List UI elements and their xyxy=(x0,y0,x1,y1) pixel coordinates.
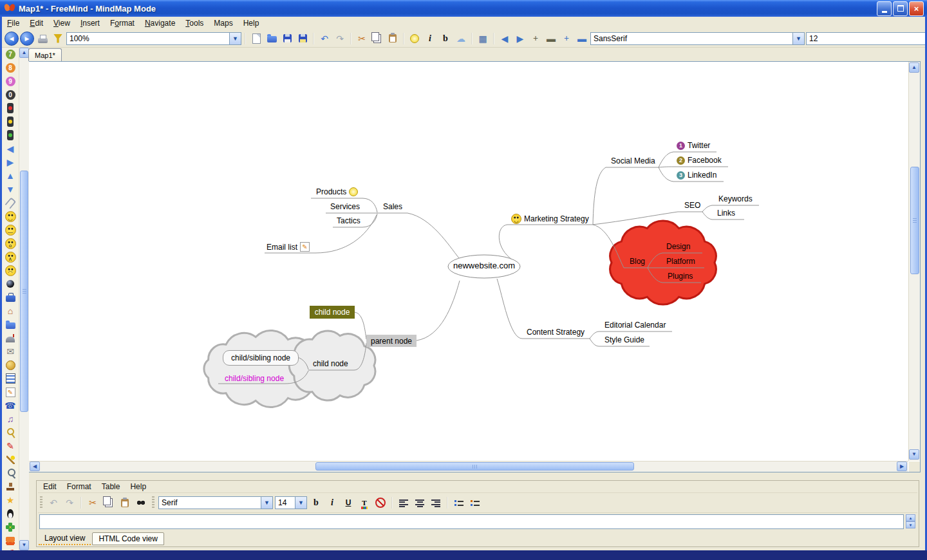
open-map-button[interactable] xyxy=(265,32,279,46)
font-family-combobox[interactable]: SansSerif ▼ xyxy=(590,32,805,45)
sidebar-icon-number-7[interactable]: 7 xyxy=(5,48,16,60)
undo-button[interactable]: ↶ xyxy=(317,32,332,46)
sidebar-icon-smiley-happy[interactable]: ◡ xyxy=(5,210,16,222)
scroll-up-icon[interactable]: ▲ xyxy=(909,62,919,73)
canvas-vscroll-thumb[interactable] xyxy=(910,167,919,274)
sidebar-icon-smiley-angry[interactable]: ∧ xyxy=(5,251,16,263)
mindmap-node-sales[interactable]: Sales xyxy=(383,202,402,211)
sidebar-icon-stamp[interactable] xyxy=(5,481,16,492)
sidebar-icon-smiley-surprised[interactable]: o xyxy=(5,238,16,249)
sidebar-icon-traffic-light-green[interactable] xyxy=(5,129,16,141)
sidebar-icon-coins-hand[interactable] xyxy=(5,359,16,371)
mindmap-node-social-media[interactable]: Social Media xyxy=(611,156,655,165)
mindmap-node-child-node-cloud[interactable]: child node xyxy=(313,359,348,368)
save-map-button[interactable] xyxy=(280,32,294,46)
close-button[interactable]: × xyxy=(909,1,924,16)
mindmap-node-products[interactable]: Products xyxy=(316,187,358,196)
canvas-hscroll-thumb[interactable] xyxy=(315,462,634,471)
menu-insert[interactable]: Insert xyxy=(75,17,105,29)
bullet-list-button[interactable] xyxy=(452,496,466,510)
scroll-up-icon[interactable]: ▲ xyxy=(906,514,915,521)
sidebar-icon-key[interactable] xyxy=(5,427,16,438)
sidebar-icon-arrow-left[interactable]: ◀ xyxy=(5,143,16,154)
cut-button[interactable]: ✂ xyxy=(355,32,369,46)
minimize-button[interactable] xyxy=(877,1,892,16)
menu-maps[interactable]: Maps xyxy=(209,17,238,29)
sidebar-icon-flower[interactable] xyxy=(5,521,16,533)
align-center-button[interactable] xyxy=(413,496,427,510)
align-right-button[interactable] xyxy=(429,496,443,510)
sidebar-icon-star[interactable]: ★ xyxy=(5,494,16,506)
redo-button[interactable]: ↷ xyxy=(62,496,77,510)
mindmap-node-keywords[interactable]: Keywords xyxy=(718,194,753,203)
mindmap-node-seo[interactable]: SEO xyxy=(684,201,700,210)
sidebar-icon-house[interactable]: ⌂ xyxy=(5,305,16,317)
sidebar-icon-pen-red[interactable]: ✎ xyxy=(5,440,16,452)
remove-format-button[interactable] xyxy=(373,496,388,510)
font-size-combobox[interactable]: 12 ▼ xyxy=(806,32,927,45)
mindmap-node-design[interactable]: Design xyxy=(666,242,690,251)
chevron-down-icon[interactable]: ▼ xyxy=(792,33,804,44)
cut-button[interactable]: ✂ xyxy=(86,496,100,510)
mindmap-node-blog[interactable]: Blog xyxy=(630,257,645,266)
note-text-input[interactable] xyxy=(39,514,904,529)
paste-button[interactable] xyxy=(386,32,400,46)
move-left-button[interactable]: ◀ xyxy=(498,32,512,46)
note-menu-help[interactable]: Help xyxy=(125,481,151,492)
copy-button[interactable] xyxy=(102,496,116,510)
sidebar-icon-smiley-neutral[interactable]: — xyxy=(5,224,16,236)
print-button[interactable] xyxy=(35,32,50,46)
save-map-as-button[interactable] xyxy=(295,32,310,46)
sidebar-icon-folder[interactable] xyxy=(5,319,16,330)
new-idea-button[interactable] xyxy=(407,32,422,46)
menu-file[interactable]: File xyxy=(2,17,24,29)
tab-layout-view[interactable]: Layout view xyxy=(39,532,91,545)
scroll-down-icon[interactable]: ▼ xyxy=(909,449,919,460)
italic-button[interactable]: i xyxy=(423,32,437,46)
sidebar-icon-briefcase[interactable] xyxy=(5,292,16,303)
mindmap-node-twitter[interactable]: 1Twitter xyxy=(677,141,710,150)
sidebar-icon-smiley-sad[interactable]: ◠ xyxy=(5,265,16,276)
sidebar-icon-magnifier[interactable] xyxy=(5,467,16,479)
sidebar-icon-arrow-down[interactable]: ▼ xyxy=(5,183,16,195)
zoom-in-node-button[interactable]: + xyxy=(529,32,543,46)
sidebar-icon-number-0[interactable]: 0 xyxy=(5,89,16,100)
filter-button[interactable] xyxy=(51,32,65,46)
sidebar-icon-arrow-right[interactable]: ▶ xyxy=(5,156,16,168)
numbered-list-button[interactable] xyxy=(468,496,482,510)
paste-button[interactable] xyxy=(118,496,132,510)
forward-button[interactable]: ▶ xyxy=(20,32,34,46)
menu-help[interactable]: Help xyxy=(238,17,265,29)
move-right-button[interactable]: ▶ xyxy=(513,32,527,46)
underline-button[interactable]: U xyxy=(341,496,355,510)
mindmap-node-child-sibling-magenta[interactable]: child/sibling node xyxy=(225,374,284,383)
scroll-down-icon[interactable]: ▼ xyxy=(19,540,29,550)
mindmap-node-editorial-calendar[interactable]: Editorial Calendar xyxy=(604,321,666,330)
menu-format[interactable]: Format xyxy=(105,17,140,29)
export-table-button[interactable]: ▦ xyxy=(476,32,490,46)
align-left-button[interactable] xyxy=(397,496,411,510)
sidebar-icon-bomb[interactable] xyxy=(5,278,16,290)
back-button[interactable]: ◀ xyxy=(5,32,19,46)
menu-navigate[interactable]: Navigate xyxy=(140,17,180,29)
sidebar-icon-traffic-light-red[interactable] xyxy=(5,102,16,114)
find-button[interactable] xyxy=(134,496,148,510)
scroll-right-icon[interactable]: ▶ xyxy=(897,462,907,471)
menu-edit[interactable]: Edit xyxy=(24,17,48,29)
sidebar-icon-traffic-light-yellow[interactable] xyxy=(5,116,16,127)
sidebar-icon-music[interactable]: ♫ xyxy=(5,413,16,425)
sidebar-scroll-thumb[interactable] xyxy=(20,171,28,412)
copy-button[interactable] xyxy=(370,32,384,46)
note-menu-format[interactable]: Format xyxy=(62,481,97,492)
mindmap-node-services[interactable]: Services xyxy=(330,202,360,211)
font-color-button[interactable]: T xyxy=(357,496,371,510)
mindmap-node-facebook[interactable]: 2Facebook xyxy=(677,156,722,165)
mindmap-node-plugins[interactable]: Plugins xyxy=(668,272,693,281)
note-font-size-combobox[interactable]: 14 ▼ xyxy=(275,496,307,509)
note-font-combobox[interactable]: Serif ▼ xyxy=(158,496,273,509)
note-menu-table[interactable]: Table xyxy=(97,481,126,492)
chevron-down-icon[interactable]: ▼ xyxy=(261,497,272,509)
sidebar-icon-edit-note[interactable]: ✎ xyxy=(5,386,16,398)
sidebar-icon-envelope[interactable]: ✉ xyxy=(5,346,16,357)
mindmap-node-tactics[interactable]: Tactics xyxy=(337,216,360,225)
